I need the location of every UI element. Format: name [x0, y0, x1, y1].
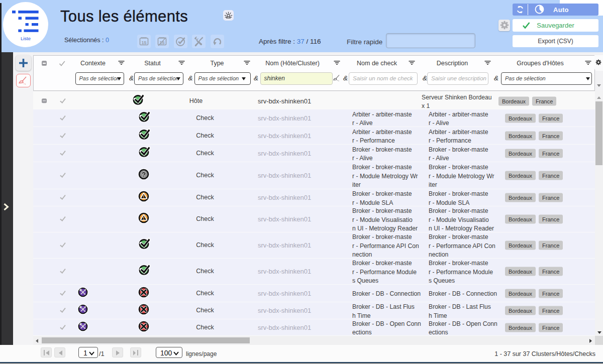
- svg-text:15: 15: [159, 40, 164, 45]
- svg-text:15: 15: [141, 40, 146, 45]
- svg-text:?: ?: [142, 171, 146, 179]
